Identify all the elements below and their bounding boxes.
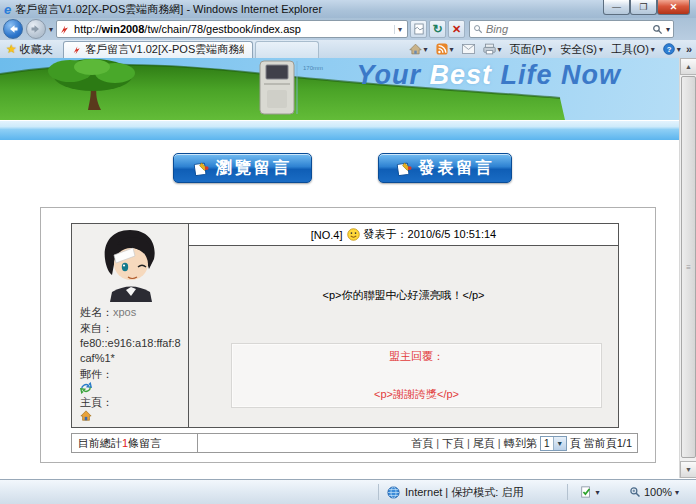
- forward-arrow-icon: [30, 23, 42, 35]
- home-dropdown[interactable]: ▾: [424, 45, 428, 54]
- search-box[interactable]: Bing ▾: [469, 20, 674, 38]
- author-mail-row: 郵件：: [80, 366, 184, 394]
- post-label: 發表留言: [419, 158, 495, 179]
- smartscreen-control[interactable]: ▾: [568, 480, 612, 504]
- current-page-label: 當前頁1/1: [584, 436, 632, 451]
- site-favicon: [59, 24, 70, 35]
- print-button[interactable]: ▾: [480, 41, 505, 57]
- search-go-icon[interactable]: [652, 24, 663, 35]
- home-button[interactable]: ▾: [406, 41, 431, 57]
- address-dropdown[interactable]: ▾: [394, 25, 405, 34]
- author-info: 姓名：xpos 來自： fe80::e916:a18:ffaf:8caf%1* …: [80, 304, 184, 422]
- author-mail-icon[interactable]: [80, 382, 92, 394]
- page-select-dropdown-icon: ▼: [553, 437, 566, 450]
- goto-label: 轉到第: [504, 436, 537, 451]
- compatibility-view-button[interactable]: [410, 20, 427, 38]
- new-tab-stub[interactable]: [255, 41, 319, 58]
- message-posted: 發表于：2010/6/5 10:51:14: [364, 227, 497, 242]
- refresh-button[interactable]: ↻: [429, 20, 446, 38]
- home-icon: [409, 43, 422, 55]
- tools-menu-label: 工具(O): [611, 42, 649, 57]
- zoom-dropdown[interactable]: ▾: [675, 488, 679, 497]
- scroll-down-button[interactable]: ▼: [680, 461, 696, 478]
- refresh-icon: ↻: [432, 22, 442, 36]
- browse-messages-button[interactable]: 瀏覽留言: [173, 153, 312, 183]
- scrollbar-thumb[interactable]: ≡: [681, 76, 696, 458]
- author-home-row: 主頁：: [80, 394, 184, 422]
- author-name-row: 姓名：xpos: [80, 304, 184, 320]
- url-text: http://win2008/tw/chain/78/gestbook/inde…: [74, 23, 301, 35]
- security-zone: Internet | 保护模式: 启用: [379, 480, 567, 504]
- print-icon: [483, 43, 496, 55]
- title-bar: e 客戶留言V1.02[X-POS雲端商務網] - Windows Intern…: [0, 0, 696, 18]
- post-icon: [396, 160, 413, 177]
- maximize-button[interactable]: ❐: [630, 0, 657, 15]
- search-options-dropdown[interactable]: ▾: [666, 25, 670, 34]
- globe-icon: [387, 486, 400, 499]
- help-button[interactable]: ? ▾: [660, 41, 684, 57]
- print-dropdown[interactable]: ▾: [498, 45, 502, 54]
- scroll-up-button[interactable]: ▲: [680, 58, 696, 75]
- zone-text: Internet | 保护模式: 启用: [405, 485, 523, 500]
- stop-icon: ✕: [452, 23, 461, 36]
- last-page-link[interactable]: 尾頁: [473, 436, 495, 451]
- tools-menu-button[interactable]: 工具(O) ▾: [608, 41, 658, 57]
- history-dropdown[interactable]: ▾: [49, 25, 53, 34]
- tab-title: 客戶留言V1.02[X-POS雲端商務網]: [85, 42, 244, 57]
- banner-slogan: Your Best Life Now: [356, 60, 621, 91]
- page-menu-dropdown: ▾: [548, 45, 552, 54]
- page-menu-button[interactable]: 页面(P) ▾: [507, 41, 556, 57]
- favorites-button[interactable]: ★ 收藏夹: [0, 40, 59, 58]
- author-panel: 姓名：xpos 來自： fe80::e916:a18:ffaf:8caf%1* …: [72, 224, 189, 427]
- svg-text:?: ?: [667, 45, 672, 54]
- back-arrow-icon: [7, 23, 19, 35]
- action-buttons-row: 瀏覽留言 發表留言: [0, 153, 679, 185]
- zoom-control[interactable]: 100% ▾: [612, 480, 696, 504]
- forward-button[interactable]: [26, 19, 46, 39]
- more-commands-chevron[interactable]: »: [686, 43, 692, 55]
- search-provider-icon: [473, 24, 483, 34]
- vertical-scrollbar[interactable]: ▲ ≡ ▼: [679, 58, 696, 478]
- list-footer-bar: 目前總計1條留言 首頁 | 下頁 | 尾頁 | 轉到第 1 ▼ 頁 當前頁1/1: [71, 433, 638, 453]
- smartscreen-dropdown[interactable]: ▾: [595, 488, 599, 497]
- help-dropdown[interactable]: ▾: [677, 45, 681, 54]
- back-button[interactable]: [3, 19, 23, 39]
- banner-image: 170mm Your Best Life Now: [0, 58, 679, 120]
- author-home-icon[interactable]: [80, 410, 92, 422]
- active-tab[interactable]: 客戶留言V1.02[X-POS雲端商務網]: [63, 41, 253, 58]
- compatibility-icon: [414, 23, 424, 35]
- next-page-link[interactable]: 下頁: [442, 436, 464, 451]
- window-controls: — ❐ ✕: [603, 0, 690, 15]
- favorites-star-icon: ★: [6, 42, 17, 56]
- help-icon: ?: [663, 43, 675, 55]
- avatar: [94, 228, 166, 302]
- read-mail-button[interactable]: [459, 41, 478, 57]
- safety-menu-button[interactable]: 安全(S) ▾: [557, 41, 606, 57]
- command-bar: ▾ ▾ ▾ 页面(P) ▾ 安全(S) ▾ 工具(O): [406, 41, 696, 57]
- feeds-button[interactable]: ▾: [433, 41, 457, 57]
- page-menu-label: 页面(P): [510, 42, 547, 57]
- smiley-icon: [347, 228, 360, 241]
- page-select[interactable]: 1 ▼: [540, 436, 567, 451]
- page-content: 170mm Your Best Life Now 瀏覽留言 發表留言: [0, 58, 679, 478]
- feeds-dropdown[interactable]: ▾: [450, 45, 454, 54]
- search-placeholder: Bing: [486, 23, 508, 35]
- reply-body: <p>謝謝誇獎</p>: [232, 387, 601, 402]
- page-unit-label: 頁: [570, 436, 581, 451]
- guestbook-container: 姓名：xpos 來自： fe80::e916:a18:ffaf:8caf%1* …: [40, 207, 656, 463]
- check-page-icon: [580, 486, 592, 498]
- message-body-text: <p>你的聯盟中心好漂亮哦！</p>: [189, 288, 618, 303]
- author-from-label-row: 來自：: [80, 320, 184, 336]
- mail-icon: [462, 44, 475, 54]
- minimize-button[interactable]: —: [603, 0, 630, 15]
- address-bar[interactable]: http://win2008/tw/chain/78/gestbook/inde…: [56, 20, 408, 38]
- first-page-link[interactable]: 首頁: [411, 436, 433, 451]
- zoom-level: 100%: [644, 486, 672, 498]
- message-number: [NO.4]: [311, 229, 343, 241]
- browser-window: e 客戶留言V1.02[X-POS雲端商務網] - Windows Intern…: [0, 0, 696, 504]
- banner-divider-bar: [0, 120, 679, 140]
- close-button[interactable]: ✕: [657, 0, 690, 15]
- stop-button[interactable]: ✕: [448, 20, 465, 38]
- post-message-button[interactable]: 發表留言: [378, 153, 512, 183]
- message-header: [NO.4] 發表于：2010/6/5 10:51:14: [189, 224, 618, 246]
